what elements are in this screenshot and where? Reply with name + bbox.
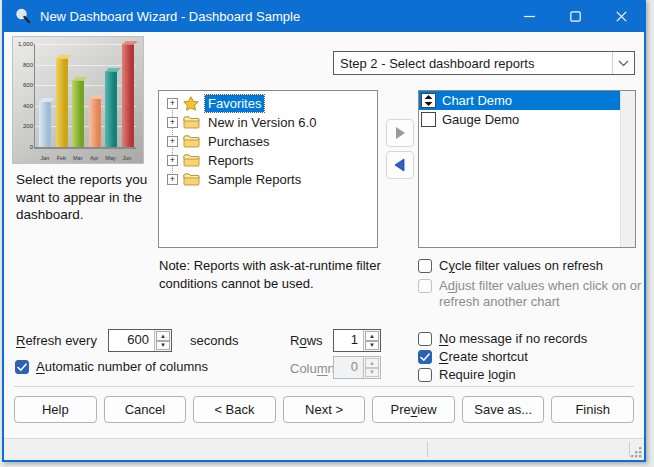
preview-button[interactable]: Preview <box>372 396 455 423</box>
next-button[interactable]: Next > <box>283 396 366 423</box>
expand-icon[interactable]: + <box>167 155 178 166</box>
window-controls <box>506 0 644 32</box>
finish-button[interactable]: Finish <box>551 396 634 423</box>
refresh-every-label: Refresh every <box>16 333 97 348</box>
spinner-up-icon: ▲ <box>365 358 379 368</box>
columns-value: 0 <box>334 357 363 378</box>
spinner-up-icon[interactable]: ▲ <box>365 331 379 341</box>
status-divider <box>427 442 428 457</box>
tree-item-label: New in Version 6.0 <box>205 114 319 131</box>
folder-icon <box>183 172 200 186</box>
checkbox-box <box>418 350 432 364</box>
star-icon <box>183 96 200 111</box>
status-bar <box>4 438 644 460</box>
dialog-body: 1,0008006004002000 JanFebMarAprMayJun Se… <box>4 32 644 438</box>
add-report-button[interactable] <box>386 119 414 147</box>
tree-item-label: Favorites <box>205 95 264 112</box>
checkbox-automatic-columns[interactable]: Automatic number of columns <box>15 359 208 375</box>
chart-x-tick: Mar <box>71 155 85 161</box>
chevron-down-icon[interactable] <box>612 52 634 74</box>
tree-item[interactable]: +Reports <box>161 151 375 170</box>
arrow-left-icon <box>394 158 406 172</box>
checkbox-cycle-filter-values[interactable]: Cycle filter values on refresh <box>418 258 603 274</box>
back-button[interactable]: < Back <box>193 396 276 423</box>
report-folders-tree[interactable]: +Favorites+New in Version 6.0+Purchases+… <box>158 90 378 248</box>
refresh-seconds-spinner[interactable]: 600 ▲▼ <box>108 329 172 352</box>
chart-y-tick: 600 <box>23 82 33 88</box>
checkbox-box <box>418 259 432 273</box>
help-button[interactable]: Help <box>14 396 97 423</box>
chart-y-tick: 400 <box>23 103 33 109</box>
spinner-down-icon[interactable]: ▼ <box>365 341 379 351</box>
chart-bar <box>105 71 117 147</box>
list-item[interactable]: Chart Demo <box>419 91 620 110</box>
tree-item-label: Reports <box>205 152 257 169</box>
list-item-label: Gauge Demo <box>442 112 519 127</box>
close-button[interactable] <box>598 0 644 32</box>
selected-reports-list[interactable]: Chart DemoGauge Demo <box>418 90 636 248</box>
tree-item-label: Purchases <box>205 133 272 150</box>
chart-x-tick: Apr <box>87 155 101 161</box>
columns-spinner: 0 ▲▼ <box>333 356 381 379</box>
checkbox-box <box>418 332 432 346</box>
expand-icon[interactable]: + <box>167 98 178 109</box>
tree-item[interactable]: +Favorites <box>161 94 375 113</box>
folder-icon <box>183 134 200 148</box>
remove-report-button[interactable] <box>386 151 414 179</box>
list-item[interactable]: Gauge Demo <box>419 110 620 129</box>
folder-icon <box>183 115 200 130</box>
chart-x-tick: May <box>104 155 118 161</box>
spinner-down-icon: ▼ <box>365 368 379 378</box>
folder-icon <box>183 153 200 167</box>
checkbox-no-message[interactable]: No message if no records <box>418 331 587 347</box>
footer-separator <box>14 386 634 387</box>
chart-y-tick: 0 <box>30 144 33 150</box>
dialog-window: New Dashboard Wizard - Dashboard Sample … <box>2 0 646 462</box>
expand-icon[interactable]: + <box>167 136 178 147</box>
rows-value[interactable]: 1 <box>334 330 363 351</box>
chart-x-tick: Feb <box>54 155 68 161</box>
reorder-icon <box>424 95 433 106</box>
spinner-down-icon[interactable]: ▼ <box>156 341 170 351</box>
expand-icon[interactable]: + <box>167 174 178 185</box>
dashboard-preview-chart: 1,0008006004002000 JanFebMarAprMayJun <box>12 36 144 164</box>
seconds-label: seconds <box>190 333 238 348</box>
checkbox-create-shortcut[interactable]: Create shortcut <box>418 349 528 365</box>
titlebar: New Dashboard Wizard - Dashboard Sample <box>4 0 644 32</box>
tree-item[interactable]: +New in Version 6.0 <box>161 113 375 132</box>
chart-bar <box>89 98 101 147</box>
chart-y-tick: 800 <box>23 62 33 68</box>
save-as-button[interactable]: Save as... <box>462 396 545 423</box>
maximize-button[interactable] <box>552 0 598 32</box>
resize-grip[interactable] <box>631 447 642 458</box>
chart-bar <box>39 101 51 147</box>
tree-item[interactable]: +Sample Reports <box>161 170 375 189</box>
checkbox-require-login[interactable]: Require login <box>418 367 516 383</box>
reorder-icon <box>421 93 436 108</box>
chart-bar <box>56 58 68 147</box>
chart-bar <box>72 80 84 147</box>
step-selector-combobox[interactable]: Step 2 - Select dashboard reports <box>333 51 635 75</box>
expand-icon[interactable]: + <box>167 117 178 128</box>
status-divider <box>629 442 630 457</box>
rows-spinner[interactable]: 1 ▲▼ <box>333 329 381 352</box>
checkbox-box <box>15 360 29 374</box>
chart-bar <box>122 44 134 147</box>
chart-y-tick: 200 <box>23 123 33 129</box>
instruction-text: Select the reports you want to appear in… <box>16 171 156 224</box>
cancel-button[interactable]: Cancel <box>104 396 187 423</box>
chart-x-tick: Jan <box>38 155 52 161</box>
minimize-button[interactable] <box>506 0 552 32</box>
star-icon <box>183 96 199 111</box>
list-scrollbar[interactable] <box>620 91 635 247</box>
tree-item[interactable]: +Purchases <box>161 132 375 151</box>
tree-item-label: Sample Reports <box>205 171 304 188</box>
checkbox-box <box>418 279 432 293</box>
folder-icon <box>183 134 200 149</box>
folder-icon <box>183 115 200 129</box>
refresh-seconds-value[interactable]: 600 <box>109 330 154 351</box>
chart-y-tick: 1,000 <box>18 41 33 47</box>
spinner-up-icon[interactable]: ▲ <box>156 331 170 341</box>
folder-icon <box>183 172 200 187</box>
button-row: HelpCancel< BackNext >PreviewSave as...F… <box>14 396 634 423</box>
